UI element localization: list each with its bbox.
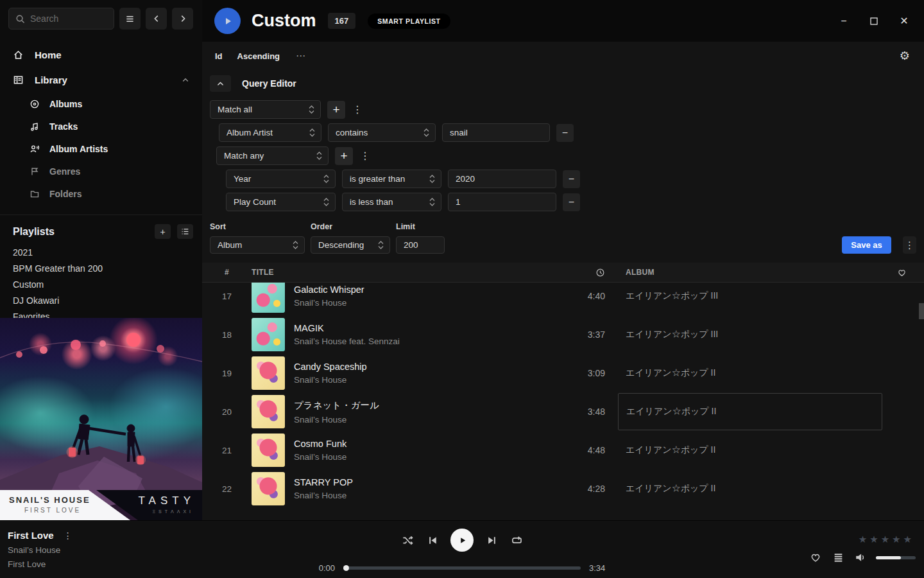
search-input-field[interactable]: [30, 13, 101, 24]
column-duration[interactable]: [559, 268, 605, 277]
playlist-item[interactable]: 2021: [0, 245, 202, 261]
sidebar-item-label: Album Artists: [49, 144, 108, 154]
playlist-list: 2021BPM Greater than 200CustomDJ Okawari…: [0, 245, 202, 325]
select-chevrons-icon: [316, 152, 322, 160]
chevron-left-icon: [152, 14, 161, 23]
volume-icon[interactable]: [853, 550, 868, 565]
sidebar-item-albums[interactable]: Albums: [0, 92, 202, 115]
table-row[interactable]: 21 Cosmo Funk Snail’s House 4:48 エイリアン☆ポ…: [202, 431, 924, 469]
limit-input[interactable]: [396, 236, 445, 254]
sidebar-item-library[interactable]: Library: [0, 67, 202, 92]
track-options-button[interactable]: ⋮: [64, 530, 73, 541]
add-playlist-button[interactable]: +: [155, 224, 171, 239]
order-select[interactable]: Descending: [311, 236, 390, 254]
add-group-rule-button[interactable]: +: [335, 147, 353, 165]
seek-thumb[interactable]: [343, 565, 349, 571]
save-options-button[interactable]: ⋮: [903, 236, 916, 254]
group-options-button[interactable]: ⋮: [359, 147, 371, 165]
rule-operator-select[interactable]: is less than: [342, 193, 441, 211]
now-playing-artist[interactable]: Snail’s House: [8, 545, 73, 555]
remove-rule-button[interactable]: −: [563, 170, 580, 188]
queue-button[interactable]: [831, 550, 845, 565]
page-title: Custom: [252, 11, 316, 31]
nav-forward-button[interactable]: [172, 8, 193, 30]
playlist-item[interactable]: DJ Okawari: [0, 293, 202, 309]
add-rule-button[interactable]: +: [327, 101, 345, 119]
select-chevrons-icon: [293, 241, 298, 249]
now-playing-artwork[interactable]: SNAIL'S HOUSE FIRST LOVE TASTY ΞSTΛΛXI: [0, 318, 202, 520]
rule-options-button[interactable]: ⋮: [352, 101, 363, 119]
favorite-button[interactable]: [809, 550, 823, 565]
rule-field-select[interactable]: Year: [226, 170, 336, 188]
scrollbar-thumb[interactable]: [919, 303, 924, 319]
table-row[interactable]: 17 Galactic Whisper Snail’s House 4:40 エ…: [202, 283, 924, 315]
sidebar-item-home[interactable]: Home: [0, 42, 202, 67]
collapse-query-editor-button[interactable]: [210, 75, 231, 92]
rule-field-select[interactable]: Album Artist: [219, 123, 321, 142]
manage-playlists-button[interactable]: [177, 224, 193, 239]
sidebar-item-genres[interactable]: Genres: [0, 160, 202, 182]
sort-direction-button[interactable]: Ascending: [237, 51, 280, 61]
column-favorite[interactable]: [882, 268, 921, 277]
window-close-button[interactable]: ✕: [898, 15, 910, 27]
sidebar-item-label: Albums: [49, 99, 82, 109]
match-type-select[interactable]: Match all: [210, 100, 321, 119]
sort-select[interactable]: Album: [210, 236, 305, 254]
remove-rule-button[interactable]: −: [556, 124, 574, 142]
sidebar-item-label: Folders: [49, 189, 82, 199]
table-row[interactable]: 19 Candy Spaceship Snail’s House 3:09 エイ…: [202, 354, 924, 392]
rating-stars[interactable]: ★★★★★: [859, 534, 914, 545]
track-artwork: [252, 283, 285, 313]
search-input[interactable]: [8, 8, 114, 30]
queue-icon: [833, 552, 844, 563]
limit-label: Limit: [396, 222, 445, 231]
list-icon: [181, 227, 189, 236]
play-pause-button[interactable]: [450, 529, 474, 552]
rule-operator-select[interactable]: contains: [328, 123, 436, 142]
track-index: 18: [202, 330, 252, 340]
repeat-button[interactable]: [509, 533, 524, 547]
play-playlist-button[interactable]: [214, 8, 241, 34]
gear-icon[interactable]: ⚙: [900, 50, 910, 62]
speaker-icon: [855, 552, 866, 563]
now-playing-title[interactable]: First Love: [8, 530, 54, 541]
flag-icon: [30, 166, 40, 177]
column-title[interactable]: TITLE: [252, 268, 559, 277]
smart-playlist-badge: SMART PLAYLIST: [368, 13, 450, 29]
rule-operator-select[interactable]: is greater than: [342, 170, 441, 188]
next-button[interactable]: [484, 533, 499, 547]
menu-button[interactable]: [119, 8, 141, 30]
save-as-button[interactable]: Save as: [842, 236, 891, 254]
table-row[interactable]: 22 STARRY POP Snail’s House 4:28 エイリアン☆ポ…: [202, 469, 924, 508]
table-row[interactable]: 18 MAGIK Snail’s House feat. Sennzai 3:3…: [202, 315, 924, 354]
shuffle-button[interactable]: [400, 533, 415, 547]
track-album: エイリアン☆ポップ II: [626, 406, 716, 417]
playlist-item[interactable]: Custom: [0, 277, 202, 293]
seek-track[interactable]: [343, 566, 581, 570]
remove-rule-button[interactable]: −: [563, 193, 580, 211]
sidebar-item-label: Tracks: [49, 121, 78, 132]
rule-value-input[interactable]: [442, 123, 550, 142]
rule-value-input[interactable]: [448, 193, 556, 211]
column-index[interactable]: #: [202, 268, 252, 277]
nav-back-button[interactable]: [146, 8, 167, 30]
table-row[interactable]: 20 プラネット・ガール Snail’s House 3:48 エイリアン☆ポッ…: [202, 392, 924, 431]
previous-button[interactable]: [425, 533, 440, 547]
track-album: エイリアン☆ポップ III: [626, 329, 718, 340]
sidebar-item-tracks[interactable]: Tracks: [0, 115, 202, 137]
query-root-row: Match all + ⋮: [210, 100, 916, 119]
more-options-button[interactable]: ⋯: [296, 50, 306, 62]
window-minimize-button[interactable]: −: [838, 15, 850, 27]
rule-field-select[interactable]: Play Count: [226, 193, 336, 211]
sort-field-button[interactable]: Id: [215, 51, 223, 61]
chevron-up-icon[interactable]: [182, 76, 189, 84]
group-match-type-select[interactable]: Match any: [216, 146, 329, 165]
sidebar-item-album-artists[interactable]: Album Artists: [0, 137, 202, 160]
column-album[interactable]: ALBUM: [618, 268, 882, 277]
play-icon: [458, 536, 467, 545]
rule-value-input[interactable]: [448, 170, 556, 188]
volume-slider[interactable]: [876, 556, 916, 559]
window-maximize-button[interactable]: [868, 15, 880, 27]
playlist-item[interactable]: BPM Greater than 200: [0, 261, 202, 277]
sidebar-item-folders[interactable]: Folders: [0, 182, 202, 205]
